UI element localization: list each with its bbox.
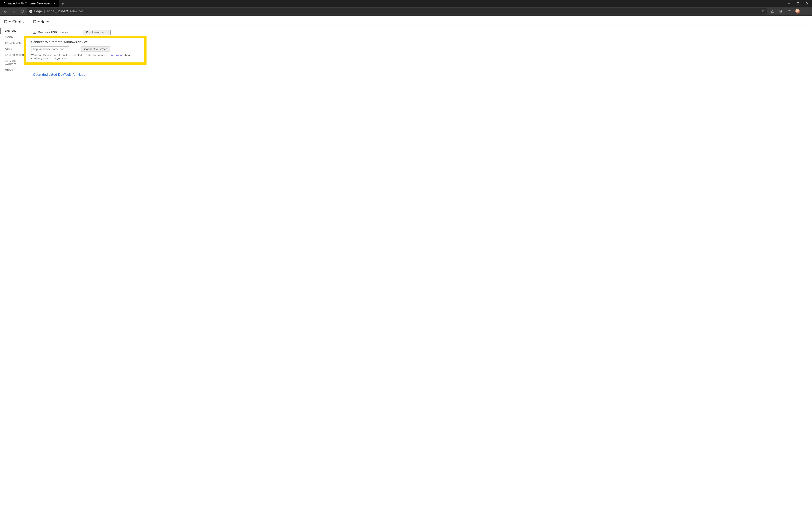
tab-close-icon[interactable]: ✕ [52, 2, 57, 5]
window-controls [784, 0, 812, 7]
more-menu-icon[interactable] [802, 8, 810, 14]
node-devtools-row: Open dedicated DevTools for Node [33, 73, 808, 77]
address-bar[interactable]: Edge | edge://inspect/#devices [27, 8, 767, 14]
remote-device-note: Windows Device Portal must be enabled in… [31, 54, 139, 60]
connect-to-device-button[interactable]: Connect to Device [81, 47, 110, 52]
checkbox-discover-usb[interactable] [33, 31, 36, 34]
svg-point-12 [807, 11, 807, 11]
remote-device-panel: Connect to a remote Windows device Conne… [24, 36, 147, 65]
page-heading: Devices [33, 19, 808, 24]
label-discover-usb: Discover USB devices [38, 31, 68, 34]
content: Devices Discover USB devices Port forwar… [30, 16, 812, 516]
close-window-button[interactable] [803, 0, 812, 7]
browser-tab[interactable]: Inspect with Chrome Developer ✕ [0, 0, 59, 7]
edge-logo-icon: Edge [29, 9, 42, 13]
remote-url-input[interactable] [31, 46, 69, 52]
sidebar-title: DevTools [0, 19, 30, 28]
refresh-button[interactable] [19, 8, 26, 14]
toolbar: Edge | edge://inspect/#devices [0, 7, 812, 16]
page-icon [2, 2, 5, 5]
sidebar: DevTools Devices Pages Extensions Apps S… [0, 16, 30, 516]
svg-rect-1 [797, 3, 799, 4]
new-tab-button[interactable]: ＋ [59, 0, 67, 7]
minimize-button[interactable] [784, 0, 793, 7]
sidebar-item-other[interactable]: Other [0, 67, 30, 73]
address-url: edge://inspect/#devices [47, 9, 83, 13]
titlebar: Inspect with Chrome Developer ✕ ＋ [0, 0, 812, 7]
svg-point-7 [788, 10, 790, 11]
favorites-icon[interactable] [768, 8, 777, 14]
forward-button[interactable] [10, 8, 17, 14]
learn-more-link[interactable]: Learn more [109, 54, 123, 57]
open-node-devtools-link[interactable]: Open dedicated DevTools for Node [33, 73, 85, 77]
tab-title: Inspect with Chrome Developer [7, 2, 50, 5]
option-discover-usb: Discover USB devices Port forwarding... [33, 29, 808, 36]
back-button[interactable] [2, 8, 9, 14]
favorite-star-icon[interactable] [761, 9, 765, 13]
address-separator: | [44, 10, 45, 13]
option-discover-network: Discover network targets Configure... [33, 36, 808, 43]
sidebar-item-devices[interactable]: Devices [0, 28, 30, 34]
svg-point-10 [805, 11, 805, 11]
toolbar-right [768, 8, 810, 14]
port-forwarding-button[interactable]: Port forwarding... [83, 30, 111, 35]
browser-label: Edge [34, 9, 42, 13]
page-body: DevTools Devices Pages Extensions Apps S… [0, 16, 812, 516]
remote-device-title: Connect to a remote Windows device [31, 40, 139, 44]
profile-icon[interactable] [785, 8, 793, 14]
collections-icon[interactable] [777, 8, 785, 14]
avatar[interactable] [793, 8, 802, 14]
maximize-button[interactable] [793, 0, 803, 7]
svg-point-11 [806, 11, 806, 11]
